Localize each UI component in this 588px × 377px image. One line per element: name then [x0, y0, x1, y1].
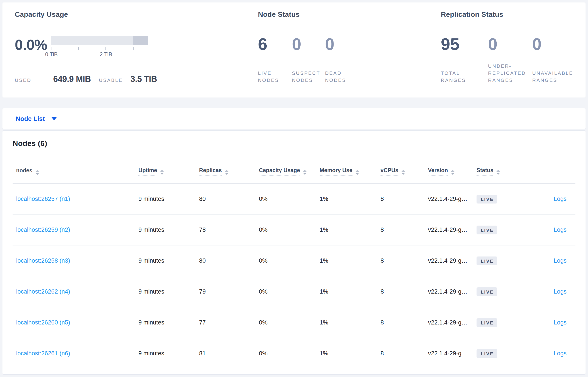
logs-link[interactable]: Logs: [553, 257, 567, 264]
view-selector-card: Node List: [2, 108, 586, 129]
metric-value: 0: [325, 36, 346, 53]
metric-label: UNAVAILABLE RANGES: [532, 70, 573, 84]
uptime-cell: 9 minutes: [135, 307, 196, 338]
uptime-cell: 9 minutes: [135, 338, 196, 369]
logs-link[interactable]: Logs: [553, 226, 567, 233]
nodes-table-title: Nodes (6): [12, 139, 576, 148]
table-row: localhost:26257 (n1) 9 minutes 80 0% 1% …: [12, 184, 576, 214]
capacity-usage-cell: 0%: [255, 338, 316, 369]
capacity-axis-labels: 0 TiB 2 TiB: [51, 51, 148, 58]
uptime-cell: 9 minutes: [135, 184, 196, 214]
logs-link[interactable]: Logs: [553, 288, 567, 295]
column-header-logs: [519, 154, 576, 184]
column-header-vcpus[interactable]: vCPUs: [377, 154, 424, 184]
memory-use-cell: 1%: [316, 214, 377, 246]
node-status-title: Node Status: [258, 10, 441, 19]
nodes-table-card: Nodes (6) nodes Uptime Replicas: [2, 130, 586, 375]
vcpus-cell: 8: [377, 276, 424, 307]
table-header-row: nodes Uptime Replicas Capacity Usage Mem…: [12, 154, 576, 184]
capacity-usage-title: Capacity Usage: [15, 10, 258, 19]
axis-tick: [133, 47, 133, 50]
uptime-cell: 9 minutes: [135, 214, 196, 246]
version-cell: v22.1.4-29-g…: [424, 184, 473, 214]
metric-value: 0: [532, 36, 573, 53]
replicas-cell: 78: [196, 214, 255, 246]
replicas-cell: 80: [196, 184, 255, 214]
node-list-dropdown-label: Node List: [16, 115, 45, 122]
uptime-cell: 9 minutes: [135, 246, 196, 276]
column-header-version[interactable]: Version: [424, 154, 473, 184]
replicas-cell: 77: [196, 307, 255, 338]
status-badge: LIVE: [477, 225, 497, 235]
status-badge: LIVE: [477, 287, 497, 296]
node-list-dropdown[interactable]: Node List: [16, 115, 57, 122]
status-badge: LIVE: [477, 195, 497, 203]
node-link[interactable]: localhost:26261 (n6): [16, 350, 70, 357]
memory-use-cell: 1%: [316, 276, 377, 307]
vcpus-cell: 8: [377, 246, 424, 276]
metric-value: 95: [441, 36, 488, 53]
metric-value: 0: [488, 36, 532, 53]
column-header-nodes[interactable]: nodes: [12, 154, 135, 184]
replicas-cell: 80: [196, 246, 255, 276]
version-cell: v22.1.4-29-g…: [424, 214, 473, 246]
metric-value: 6: [258, 36, 292, 53]
under-replicated-ranges-metric: 0 UNDER- REPLICATED RANGES: [488, 30, 532, 84]
sort-icon: [225, 170, 228, 175]
suspect-nodes-metric: 0 SUSPECT NODES: [292, 30, 325, 84]
column-header-replicas[interactable]: Replicas: [196, 154, 255, 184]
sort-icon: [160, 170, 164, 175]
column-header-capacity-usage[interactable]: Capacity Usage: [255, 154, 316, 184]
live-nodes-metric: 6 LIVE NODES: [258, 30, 292, 84]
replicas-cell: 79: [196, 276, 255, 307]
axis-tick: [78, 47, 79, 50]
capacity-chart-row: 0.0% 0 TiB 2 TiB: [15, 30, 258, 58]
sort-icon: [496, 170, 500, 175]
chevron-down-icon: [51, 117, 57, 120]
node-link[interactable]: localhost:26257 (n1): [16, 196, 70, 202]
node-link[interactable]: localhost:26260 (n5): [16, 319, 70, 326]
used-value: 649.9 MiB: [53, 74, 99, 84]
metric-label: UNDER- REPLICATED RANGES: [488, 63, 532, 84]
node-link[interactable]: localhost:26258 (n3): [16, 257, 70, 264]
metric-label: TOTAL RANGES: [441, 70, 488, 84]
replication-metrics: 95 TOTAL RANGES 0 UNDER- REPLICATED RANG…: [441, 30, 573, 84]
version-cell: v22.1.4-29-g…: [424, 307, 473, 338]
node-link[interactable]: localhost:26262 (n4): [16, 288, 70, 295]
vcpus-cell: 8: [377, 184, 424, 214]
summary-card: Capacity Usage 0.0% 0 TiB 2 TiB: [2, 2, 586, 98]
capacity-footer: USED 649.9 MiB USABLE 3.5 TiB: [15, 74, 258, 84]
column-header-memory-use[interactable]: Memory Use: [316, 154, 377, 184]
capacity-usage-cell: 0%: [255, 276, 316, 307]
node-link[interactable]: localhost:26259 (n2): [16, 226, 70, 233]
status-badge: LIVE: [477, 257, 497, 265]
dead-nodes-metric: 0 DEAD NODES: [325, 30, 346, 84]
usable-label: USABLE: [99, 77, 130, 83]
vcpus-cell: 8: [377, 338, 424, 369]
version-cell: v22.1.4-29-g…: [424, 338, 473, 369]
logs-link[interactable]: Logs: [553, 319, 567, 326]
axis-tick: [51, 47, 51, 50]
metric-label: SUSPECT NODES: [292, 70, 325, 84]
logs-link[interactable]: Logs: [553, 350, 567, 357]
replication-status-title: Replication Status: [441, 10, 573, 19]
table-row: localhost:26261 (n6) 9 minutes 81 0% 1% …: [12, 338, 576, 369]
version-cell: v22.1.4-29-g…: [424, 276, 473, 307]
vcpus-cell: 8: [377, 307, 424, 338]
logs-link[interactable]: Logs: [553, 196, 567, 202]
sort-icon: [35, 170, 39, 175]
table-row: localhost:26258 (n3) 9 minutes 80 0% 1% …: [12, 246, 576, 276]
node-status-metrics: 6 LIVE NODES 0 SUSPECT NODES 0 DEAD NODE…: [258, 30, 441, 84]
capacity-bar: [51, 36, 148, 45]
axis-tick: [106, 47, 106, 50]
metric-value: 0: [292, 36, 325, 53]
replicas-cell: 81: [196, 338, 255, 369]
column-header-uptime[interactable]: Uptime: [135, 154, 196, 184]
memory-use-cell: 1%: [316, 307, 377, 338]
axis-tick-label: 0 TiB: [45, 51, 58, 58]
unavailable-ranges-metric: 0 UNAVAILABLE RANGES: [532, 30, 573, 84]
column-header-status[interactable]: Status: [473, 154, 519, 184]
cluster-overview-page: Capacity Usage 0.0% 0 TiB 2 TiB: [0, 0, 588, 377]
status-badge: LIVE: [477, 349, 497, 358]
node-status-panel: Node Status 6 LIVE NODES 0 SUSPECT NODES…: [258, 10, 441, 84]
